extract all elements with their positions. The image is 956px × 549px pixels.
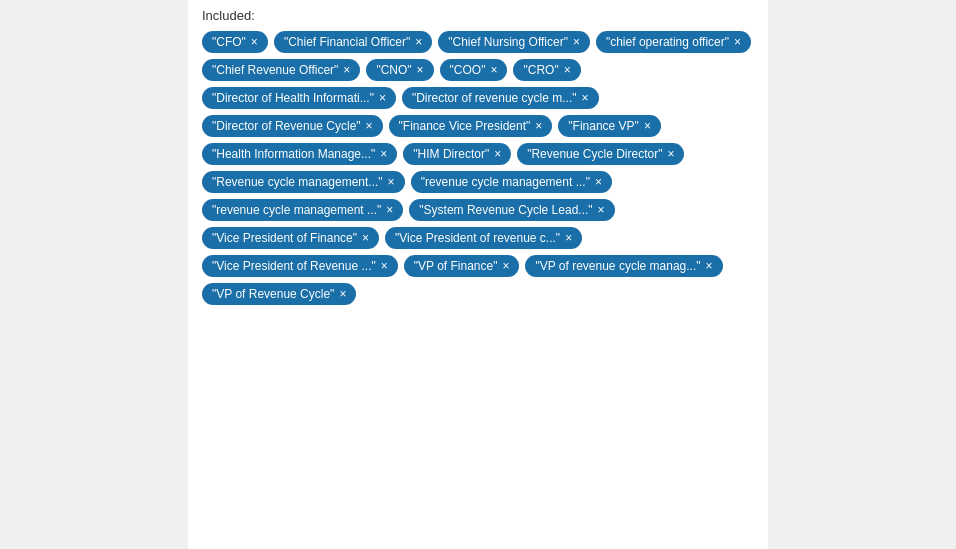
tag-label: "COO" <box>450 63 486 77</box>
main-container: Included: "CFO"×"Chief Financial Officer… <box>0 0 956 549</box>
tag-close-button[interactable]: × <box>417 64 424 76</box>
tag-item[interactable]: "Finance VP"× <box>558 115 661 137</box>
tag-close-button[interactable]: × <box>644 120 651 132</box>
tag-label: "VP of Revenue Cycle" <box>212 287 334 301</box>
tag-label: "CNO" <box>376 63 411 77</box>
tag-item[interactable]: "Vice President of Revenue ..."× <box>202 255 398 277</box>
tag-label: "Director of revenue cycle m..." <box>412 91 577 105</box>
tag-close-button[interactable]: × <box>386 204 393 216</box>
tag-label: "CRO" <box>523 63 558 77</box>
tag-label: "Chief Nursing Officer" <box>448 35 568 49</box>
tag-label: "Director of Revenue Cycle" <box>212 119 361 133</box>
tag-item[interactable]: "VP of Finance"× <box>404 255 520 277</box>
tag-label: "Vice President of revenue c..." <box>395 231 560 245</box>
tag-close-button[interactable]: × <box>494 148 501 160</box>
tag-item[interactable]: "CRO"× <box>513 59 580 81</box>
tag-item[interactable]: "Director of Revenue Cycle"× <box>202 115 383 137</box>
tag-close-button[interactable]: × <box>490 64 497 76</box>
tag-label: "HIM Director" <box>413 147 489 161</box>
tag-close-button[interactable]: × <box>381 260 388 272</box>
tag-item[interactable]: "HIM Director"× <box>403 143 511 165</box>
tag-close-button[interactable]: × <box>598 204 605 216</box>
tag-close-button[interactable]: × <box>706 260 713 272</box>
tag-label: "revenue cycle management ..." <box>421 175 590 189</box>
tag-item[interactable]: "CNO"× <box>366 59 433 81</box>
tag-item[interactable]: "Chief Financial Officer"× <box>274 31 432 53</box>
tag-item[interactable]: "revenue cycle management ..."× <box>202 199 403 221</box>
tag-label: "revenue cycle management ..." <box>212 203 381 217</box>
tag-label: "Revenue Cycle Director" <box>527 147 662 161</box>
tag-item[interactable]: "Revenue Cycle Director"× <box>517 143 684 165</box>
tag-close-button[interactable]: × <box>366 120 373 132</box>
tag-label: "Chief Financial Officer" <box>284 35 410 49</box>
tag-close-button[interactable]: × <box>415 36 422 48</box>
tag-label: "VP of Finance" <box>414 259 498 273</box>
tag-item[interactable]: "VP of Revenue Cycle"× <box>202 283 356 305</box>
tag-item[interactable]: "revenue cycle management ..."× <box>411 171 612 193</box>
tag-item[interactable]: "Director of revenue cycle m..."× <box>402 87 599 109</box>
tag-label: "Vice President of Revenue ..." <box>212 259 376 273</box>
tag-item[interactable]: "Director of Health Informati..."× <box>202 87 396 109</box>
tag-item[interactable]: "chief operating officer"× <box>596 31 751 53</box>
tag-item[interactable]: "Vice President of revenue c..."× <box>385 227 582 249</box>
tag-label: "System Revenue Cycle Lead..." <box>419 203 592 217</box>
tag-close-button[interactable]: × <box>573 36 580 48</box>
panel: Included: "CFO"×"Chief Financial Officer… <box>188 0 768 549</box>
tag-close-button[interactable]: × <box>251 36 258 48</box>
tag-label: "CFO" <box>212 35 246 49</box>
tag-label: "Vice President of Finance" <box>212 231 357 245</box>
tag-item[interactable]: "VP of revenue cycle manag..."× <box>525 255 722 277</box>
included-label: Included: <box>202 8 754 23</box>
tag-close-button[interactable]: × <box>343 64 350 76</box>
tag-label: "chief operating officer" <box>606 35 729 49</box>
tag-close-button[interactable]: × <box>582 92 589 104</box>
tag-item[interactable]: "System Revenue Cycle Lead..."× <box>409 199 614 221</box>
tag-label: "Health Information Manage..." <box>212 147 375 161</box>
tag-item[interactable]: "Revenue cycle management..."× <box>202 171 405 193</box>
tag-item[interactable]: "Chief Revenue Officer"× <box>202 59 360 81</box>
tag-item[interactable]: "CFO"× <box>202 31 268 53</box>
tag-close-button[interactable]: × <box>380 148 387 160</box>
tag-label: "VP of revenue cycle manag..." <box>535 259 700 273</box>
tag-close-button[interactable]: × <box>734 36 741 48</box>
tag-close-button[interactable]: × <box>379 92 386 104</box>
tag-item[interactable]: "Vice President of Finance"× <box>202 227 379 249</box>
tag-close-button[interactable]: × <box>535 120 542 132</box>
tag-close-button[interactable]: × <box>667 148 674 160</box>
tag-close-button[interactable]: × <box>362 232 369 244</box>
tag-label: "Chief Revenue Officer" <box>212 63 338 77</box>
tags-container: "CFO"×"Chief Financial Officer"×"Chief N… <box>202 31 754 305</box>
tag-item[interactable]: "Finance Vice President"× <box>389 115 553 137</box>
tag-item[interactable]: "COO"× <box>440 59 508 81</box>
tag-label: "Finance VP" <box>568 119 639 133</box>
tag-close-button[interactable]: × <box>564 64 571 76</box>
tag-close-button[interactable]: × <box>502 260 509 272</box>
tag-label: "Finance Vice President" <box>399 119 531 133</box>
tag-label: "Director of Health Informati..." <box>212 91 374 105</box>
tag-label: "Revenue cycle management..." <box>212 175 383 189</box>
tag-close-button[interactable]: × <box>388 176 395 188</box>
tag-close-button[interactable]: × <box>339 288 346 300</box>
tag-close-button[interactable]: × <box>595 176 602 188</box>
tag-item[interactable]: "Health Information Manage..."× <box>202 143 397 165</box>
tag-item[interactable]: "Chief Nursing Officer"× <box>438 31 590 53</box>
tag-close-button[interactable]: × <box>565 232 572 244</box>
